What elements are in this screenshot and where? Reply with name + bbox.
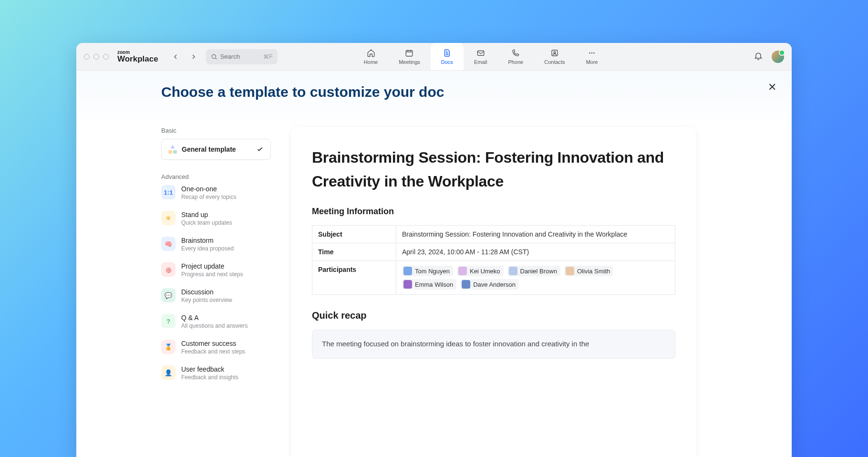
svg-rect-1: [406, 50, 413, 56]
close-button[interactable]: ✕: [768, 81, 776, 93]
user-avatar[interactable]: [772, 51, 784, 63]
search-input[interactable]: Search ⌘F: [206, 49, 278, 64]
participant-avatar: [403, 280, 412, 289]
svg-point-5: [589, 52, 590, 53]
search-placeholder: Search: [220, 53, 240, 60]
participant-avatar: [403, 267, 412, 275]
participant-avatar: [458, 267, 467, 275]
participant-chip[interactable]: Kei Umeko: [457, 266, 504, 276]
template-icon: 1:1: [161, 185, 176, 199]
email-icon: [476, 49, 486, 57]
general-template-label: General template: [182, 145, 251, 153]
template-icon: 💬: [161, 288, 176, 302]
tab-contacts[interactable]: Contacts: [534, 43, 575, 70]
participant-name: Dave Anderson: [473, 281, 516, 288]
brand-bottom: Workplace: [117, 55, 158, 63]
phone-icon: [511, 49, 520, 57]
template-title: User feedback: [181, 365, 238, 373]
template-subtitle: Feedback and insights: [181, 374, 238, 381]
template-subtitle: Progress and next steps: [181, 271, 243, 278]
participant-name: Kei Umeko: [470, 268, 500, 275]
template-item[interactable]: 1:1One-on-oneRecap of every topics: [161, 185, 271, 200]
template-title: Project update: [181, 262, 243, 270]
tab-home[interactable]: Home: [353, 43, 388, 70]
columns: Basic General template Advanced 1:1One-o…: [161, 127, 769, 457]
template-item[interactable]: 💬DiscussionKey points overview: [161, 288, 271, 303]
more-icon: [587, 49, 597, 57]
tab-phone[interactable]: Phone: [497, 43, 534, 70]
participants-label: Participants: [312, 261, 396, 295]
tab-meetings[interactable]: Meetings: [388, 43, 431, 70]
brand-logo: zoom Workplace: [117, 50, 158, 63]
template-icon: 🧠: [161, 237, 176, 251]
template-subtitle: Every idea proposed: [181, 245, 234, 252]
subject-label: Subject: [312, 226, 396, 243]
template-sidebar: Basic General template Advanced 1:1One-o…: [161, 127, 271, 457]
participant-chip[interactable]: Daniel Brown: [507, 266, 560, 276]
check-icon: [256, 145, 264, 153]
participant-chip[interactable]: Olivia Smith: [564, 266, 613, 276]
template-subtitle: Key points overview: [181, 297, 232, 303]
forward-button[interactable]: [188, 51, 199, 62]
docs-icon: [442, 49, 452, 57]
participant-avatar: [462, 280, 470, 289]
svg-point-0: [212, 54, 216, 58]
template-title: Customer success: [181, 340, 245, 347]
template-item[interactable]: 🧠BrainstormEvery idea proposed: [161, 237, 271, 252]
calendar-icon: [404, 49, 414, 57]
svg-point-7: [593, 52, 595, 53]
template-icon: 👤: [161, 365, 176, 380]
svg-point-4: [554, 51, 556, 53]
template-item[interactable]: ☀Stand upQuick team updates: [161, 211, 271, 226]
bell-icon: [754, 51, 763, 61]
recap-text: The meeting focused on brainstorming ide…: [322, 340, 589, 348]
svg-point-6: [591, 52, 593, 53]
template-icon: 🏅: [161, 340, 176, 354]
participant-name: Tom Nguyen: [415, 268, 450, 275]
quick-recap-heading: Quick recap: [312, 310, 675, 321]
basic-label: Basic: [161, 127, 271, 134]
tab-more[interactable]: More: [576, 43, 609, 70]
template-item[interactable]: 🏅Customer successFeedback and next steps: [161, 340, 271, 355]
template-title: Q & A: [181, 314, 248, 322]
template-item[interactable]: ?Q & AAll questions and answers: [161, 314, 271, 329]
participant-chip[interactable]: Dave Anderson: [460, 279, 519, 290]
back-button[interactable]: [170, 51, 181, 62]
template-icon: ?: [161, 314, 176, 328]
participant-avatar: [509, 267, 517, 275]
table-row: Subject Brainstorming Session: Fostering…: [312, 226, 675, 243]
time-label: Time: [312, 243, 396, 261]
search-icon: [211, 53, 217, 60]
template-item[interactable]: 👤User feedbackFeedback and insights: [161, 365, 271, 381]
tab-docs[interactable]: Docs: [431, 43, 464, 70]
table-row: Participants Tom NguyenKei UmekoDaniel B…: [312, 261, 675, 295]
traffic-close[interactable]: [84, 54, 90, 60]
meeting-info-heading: Meeting Information: [312, 207, 675, 217]
template-subtitle: All questions and answers: [181, 322, 248, 329]
shapes-icon: [168, 145, 177, 154]
general-template-card[interactable]: General template: [161, 139, 271, 160]
doc-preview: Brainstorming Session: Fostering Innovat…: [291, 127, 696, 457]
participants-cell: Tom NguyenKei UmekoDaniel BrownOlivia Sm…: [396, 261, 675, 295]
template-item[interactable]: ◎Project updateProgress and next steps: [161, 262, 271, 278]
page-title: Choose a template to customize your doc: [161, 84, 769, 100]
meeting-info-table: Subject Brainstorming Session: Fostering…: [312, 225, 675, 295]
notifications-button[interactable]: [754, 51, 763, 62]
app-window: zoom Workplace Search ⌘F Home Meetings: [76, 43, 792, 457]
content-area: ✕ Choose a template to customize your do…: [76, 71, 792, 457]
participant-chip[interactable]: Emma Wilson: [402, 279, 456, 290]
participant-name: Daniel Brown: [520, 268, 557, 275]
participant-chip[interactable]: Tom Nguyen: [402, 266, 453, 276]
advanced-label: Advanced: [161, 173, 271, 180]
svg-rect-2: [477, 51, 484, 55]
table-row: Time April 23, 2024, 10:00 AM - 11:28 AM…: [312, 243, 675, 261]
search-shortcut: ⌘F: [263, 53, 272, 60]
template-subtitle: Quick team updates: [181, 219, 232, 226]
template-icon: ☀: [161, 211, 176, 225]
traffic-minimize[interactable]: [93, 54, 99, 60]
traffic-maximize[interactable]: [103, 54, 109, 60]
template-subtitle: Feedback and next steps: [181, 348, 245, 355]
tab-email[interactable]: Email: [464, 43, 498, 70]
template-title: Brainstorm: [181, 237, 234, 244]
doc-title: Brainstorming Session: Fostering Innovat…: [312, 146, 675, 193]
